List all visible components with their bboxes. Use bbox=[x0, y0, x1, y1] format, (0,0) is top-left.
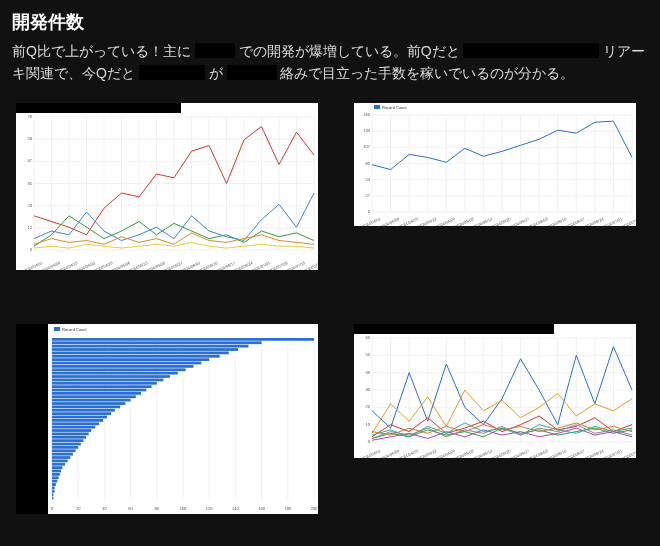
svg-text:2024/07/08: 2024/07/08 bbox=[621, 216, 636, 226]
svg-text:Record Count: Record Count bbox=[382, 105, 408, 110]
svg-text:2024/07/08: 2024/07/08 bbox=[621, 448, 636, 458]
svg-rect-132 bbox=[52, 385, 152, 388]
svg-rect-125 bbox=[52, 361, 201, 364]
desc-text: 絡みで目立った手数を稼いでいるのが分かる。 bbox=[280, 65, 574, 81]
svg-rect-152 bbox=[52, 453, 73, 456]
svg-text:12: 12 bbox=[28, 225, 33, 230]
svg-rect-123 bbox=[52, 355, 220, 358]
svg-rect-129 bbox=[52, 375, 170, 378]
svg-text:40: 40 bbox=[366, 369, 371, 374]
svg-rect-133 bbox=[52, 388, 146, 391]
svg-rect-149 bbox=[52, 442, 81, 445]
svg-text:40: 40 bbox=[102, 506, 107, 511]
svg-text:160: 160 bbox=[258, 506, 265, 511]
svg-rect-135 bbox=[52, 395, 136, 398]
page-title: 開発件数 bbox=[12, 10, 648, 34]
desc-text: での開発が爆増している。前Qだと bbox=[239, 43, 460, 59]
svg-text:60: 60 bbox=[366, 335, 371, 340]
svg-rect-158 bbox=[52, 473, 60, 476]
svg-rect-130 bbox=[52, 378, 163, 381]
svg-text:53: 53 bbox=[366, 176, 371, 181]
redacted bbox=[195, 43, 235, 58]
chart-multi-line-2: 60504030201002024/04/012024/04/082024/04… bbox=[354, 324, 636, 458]
svg-rect-146 bbox=[52, 432, 89, 435]
svg-text:Record Count: Record Count bbox=[62, 327, 88, 332]
redacted bbox=[463, 43, 599, 58]
svg-rect-140 bbox=[52, 412, 111, 415]
svg-rect-119 bbox=[52, 341, 262, 344]
svg-text:35: 35 bbox=[28, 180, 33, 185]
redacted bbox=[139, 65, 205, 80]
svg-text:200: 200 bbox=[311, 506, 318, 511]
svg-text:80: 80 bbox=[366, 160, 371, 165]
svg-rect-159 bbox=[52, 476, 59, 479]
svg-text:80: 80 bbox=[155, 506, 160, 511]
svg-rect-151 bbox=[52, 449, 76, 452]
svg-text:160: 160 bbox=[363, 112, 370, 117]
svg-text:20: 20 bbox=[366, 404, 371, 409]
svg-rect-157 bbox=[52, 469, 61, 472]
svg-text:50: 50 bbox=[366, 352, 371, 357]
svg-rect-141 bbox=[52, 415, 107, 418]
svg-rect-118 bbox=[52, 338, 314, 341]
svg-rect-131 bbox=[52, 382, 157, 385]
svg-rect-139 bbox=[52, 409, 115, 412]
svg-text:47: 47 bbox=[28, 158, 33, 163]
svg-text:0: 0 bbox=[368, 439, 371, 444]
svg-rect-165 bbox=[52, 496, 53, 499]
chart-hbar: Record Count020406080100120140160180200 bbox=[16, 324, 318, 514]
svg-rect-161 bbox=[52, 483, 56, 486]
svg-text:0: 0 bbox=[30, 247, 33, 252]
svg-rect-156 bbox=[52, 466, 62, 469]
svg-text:133: 133 bbox=[363, 128, 370, 133]
svg-text:58: 58 bbox=[28, 136, 33, 141]
svg-rect-138 bbox=[52, 405, 120, 408]
svg-rect-155 bbox=[52, 463, 65, 466]
svg-text:70: 70 bbox=[28, 114, 33, 119]
svg-rect-154 bbox=[52, 459, 68, 462]
svg-rect-163 bbox=[52, 490, 55, 493]
svg-rect-128 bbox=[52, 372, 178, 375]
svg-rect-143 bbox=[52, 422, 99, 425]
description: 前Q比で上がっている！主に での開発が爆増している。前Qだと リアーキ関連で、今… bbox=[12, 40, 648, 85]
svg-rect-153 bbox=[52, 456, 70, 459]
svg-text:30: 30 bbox=[366, 387, 371, 392]
svg-rect-164 bbox=[52, 493, 53, 496]
svg-text:27: 27 bbox=[366, 193, 371, 198]
desc-text: 前Q比で上がっている！主に bbox=[12, 43, 191, 59]
svg-rect-144 bbox=[52, 426, 95, 429]
svg-text:60: 60 bbox=[128, 506, 133, 511]
desc-text: が bbox=[209, 65, 223, 81]
svg-rect-142 bbox=[52, 419, 103, 422]
redacted bbox=[227, 65, 277, 80]
svg-rect-150 bbox=[52, 446, 78, 449]
svg-text:180: 180 bbox=[284, 506, 291, 511]
svg-rect-121 bbox=[52, 348, 238, 351]
svg-rect-122 bbox=[52, 351, 229, 354]
svg-rect-136 bbox=[52, 399, 131, 402]
svg-text:0: 0 bbox=[51, 506, 54, 511]
svg-rect-124 bbox=[52, 358, 209, 361]
chart-multi-line-1: 70584735231202024/04/012024/04/082024/04… bbox=[16, 103, 318, 270]
svg-rect-126 bbox=[52, 365, 193, 368]
svg-rect-162 bbox=[52, 486, 55, 489]
svg-rect-160 bbox=[52, 480, 57, 483]
svg-text:20: 20 bbox=[76, 506, 81, 511]
svg-rect-147 bbox=[52, 436, 86, 439]
svg-text:0: 0 bbox=[368, 209, 371, 214]
svg-text:120: 120 bbox=[206, 506, 213, 511]
svg-rect-134 bbox=[52, 392, 141, 395]
svg-rect-94 bbox=[54, 327, 60, 331]
svg-text:10: 10 bbox=[366, 421, 371, 426]
svg-text:23: 23 bbox=[28, 202, 33, 207]
chart-grid: 70584735231202024/04/012024/04/082024/04… bbox=[12, 103, 648, 514]
svg-rect-127 bbox=[52, 368, 186, 371]
chart-single-line: 16013310780532702024/04/012024/04/082024… bbox=[354, 103, 636, 226]
svg-rect-120 bbox=[52, 345, 249, 348]
svg-rect-92 bbox=[374, 105, 380, 109]
svg-rect-137 bbox=[52, 402, 125, 405]
svg-text:140: 140 bbox=[232, 506, 239, 511]
svg-rect-148 bbox=[52, 439, 83, 442]
svg-rect-145 bbox=[52, 429, 91, 432]
svg-text:107: 107 bbox=[363, 144, 370, 149]
